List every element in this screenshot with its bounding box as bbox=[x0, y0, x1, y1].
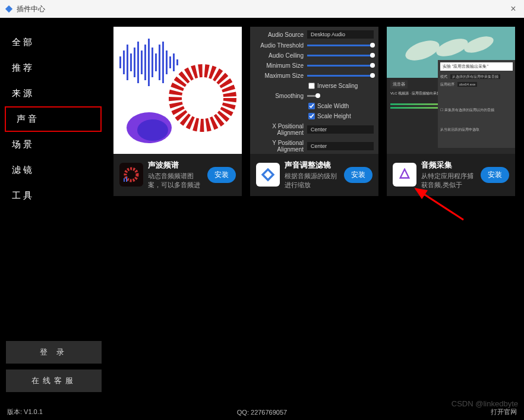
titlebar: 插件中心 × bbox=[0, 0, 524, 18]
plugin-thumb bbox=[113, 27, 242, 154]
svg-marker-0 bbox=[5, 5, 12, 12]
plugin-grid: 声波频谱 动态音频频谱图案，可以多音频进 安装 Audio SourceDesk… bbox=[108, 18, 524, 404]
install-button[interactable]: 安装 bbox=[344, 167, 373, 183]
svg-rect-8 bbox=[144, 45, 146, 80]
plugin-desc: 根据音频源的级别进行缩放 bbox=[285, 172, 339, 190]
svg-rect-10 bbox=[151, 48, 153, 77]
app-icon bbox=[5, 5, 13, 13]
footer: 版本: V1.0.1 QQ: 2276769057 打开官网 bbox=[0, 404, 524, 420]
support-button[interactable]: 在线客服 bbox=[6, 370, 102, 392]
svg-rect-7 bbox=[141, 50, 143, 74]
svg-point-18 bbox=[175, 71, 230, 125]
plugin-title: 声音调整滤镜 bbox=[285, 160, 339, 170]
install-button[interactable]: 安装 bbox=[207, 167, 236, 183]
main-area: 全部 推荐 来源 声音 场景 滤镜 工具 登 录 在线客服 bbox=[0, 18, 524, 404]
official-link[interactable]: 打开官网 bbox=[491, 408, 517, 416]
plugin-card-filter[interactable]: Audio SourceDesktop Audio Audio Threshol… bbox=[250, 27, 378, 196]
svg-rect-11 bbox=[155, 53, 157, 71]
svg-rect-22 bbox=[124, 178, 125, 182]
plugin-desc: 从特定应用程序捕获音频,类似于 bbox=[421, 172, 476, 190]
svg-rect-13 bbox=[162, 42, 164, 83]
nav-list: 全部 推荐 来源 声音 场景 滤镜 工具 bbox=[0, 30, 108, 209]
svg-rect-4 bbox=[130, 53, 132, 71]
svg-rect-1 bbox=[119, 56, 121, 68]
spectrum-icon bbox=[119, 163, 143, 187]
nav-scene[interactable]: 场景 bbox=[0, 132, 108, 157]
filter-icon bbox=[256, 163, 280, 187]
svg-rect-14 bbox=[166, 50, 168, 74]
nav-all[interactable]: 全部 bbox=[0, 30, 108, 55]
plugin-card-capture[interactable]: 混音器 VLC 视频源 · 应用音频输出采集 -3.4 dB 实验 "应用音频输… bbox=[387, 27, 515, 196]
install-button[interactable]: 安装 bbox=[481, 167, 509, 183]
window-title: 插件中心 bbox=[17, 4, 45, 14]
nav-recommend[interactable]: 推荐 bbox=[0, 55, 108, 81]
svg-rect-9 bbox=[148, 39, 150, 86]
svg-rect-2 bbox=[123, 50, 125, 74]
login-button[interactable]: 登 录 bbox=[6, 341, 102, 364]
plugin-thumb: 混音器 VLC 视频源 · 应用音频输出采集 -3.4 dB 实验 "应用音频输… bbox=[387, 27, 515, 154]
svg-rect-5 bbox=[134, 48, 135, 77]
svg-rect-16 bbox=[173, 53, 175, 71]
svg-rect-17 bbox=[176, 59, 178, 65]
version-label: 版本: V1.0.1 bbox=[7, 408, 43, 416]
svg-rect-3 bbox=[127, 45, 128, 80]
svg-rect-6 bbox=[137, 42, 139, 83]
nav-filter[interactable]: 滤镜 bbox=[0, 157, 108, 183]
svg-rect-23 bbox=[126, 177, 127, 182]
nav-sound[interactable]: 声音 bbox=[5, 106, 102, 132]
svg-rect-15 bbox=[169, 56, 171, 68]
qq-label: QQ: 2276769057 bbox=[237, 409, 287, 416]
svg-rect-12 bbox=[159, 45, 160, 80]
plugin-thumb: Audio SourceDesktop Audio Audio Threshol… bbox=[250, 27, 378, 154]
plugin-title: 声波频谱 bbox=[148, 160, 203, 170]
svg-point-20 bbox=[137, 119, 168, 141]
nav-tool[interactable]: 工具 bbox=[0, 183, 108, 209]
plugin-desc: 动态音频频谱图案，可以多音频进 bbox=[148, 172, 203, 190]
close-button[interactable]: × bbox=[507, 4, 519, 14]
nav-source[interactable]: 来源 bbox=[0, 81, 108, 106]
plugin-title: 音频采集 bbox=[421, 160, 476, 170]
capture-icon bbox=[393, 163, 416, 187]
plugin-card-spectrum[interactable]: 声波频谱 动态音频频谱图案，可以多音频进 安装 bbox=[113, 27, 242, 196]
sidebar: 全部 推荐 来源 声音 场景 滤镜 工具 登 录 在线客服 bbox=[0, 18, 108, 404]
